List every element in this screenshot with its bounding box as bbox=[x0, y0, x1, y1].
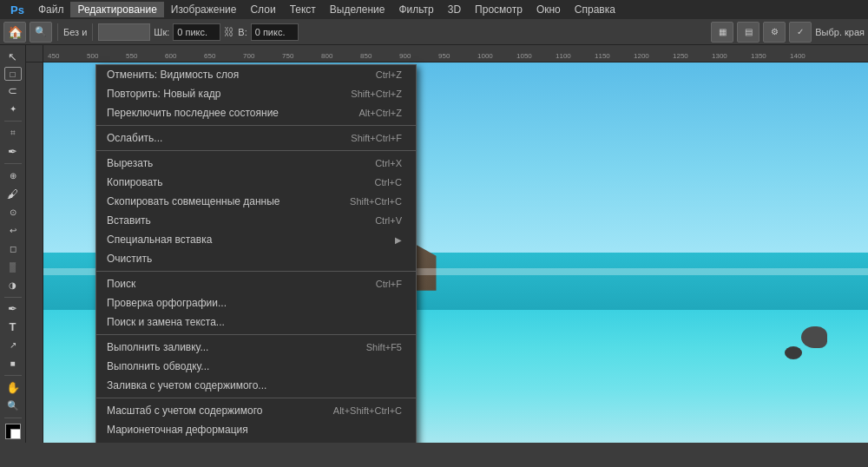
align-btn2[interactable]: ▤ bbox=[737, 22, 760, 43]
height-input[interactable] bbox=[251, 23, 299, 41]
toolbar-sep2 bbox=[92, 23, 93, 41]
menu-separator bbox=[96, 150, 416, 151]
menu-item-label-fill: Выполнить заливку... bbox=[107, 341, 349, 353]
burn-tool[interactable]: ◑ bbox=[3, 277, 23, 293]
shortcut-cut: Ctrl+X bbox=[375, 158, 402, 168]
eyedropper-tool[interactable]: ✒ bbox=[3, 143, 23, 160]
search-button[interactable]: 🔍 bbox=[30, 22, 52, 43]
menu-layer[interactable]: Слои bbox=[243, 2, 282, 17]
foreground-color[interactable] bbox=[5, 424, 21, 439]
menu-item-label-stroke: Выполнить обводку... bbox=[107, 360, 402, 372]
menu-item-label-fade: Ослабить... bbox=[107, 132, 333, 144]
shortcut-copy_merged: Shift+Ctrl+C bbox=[350, 196, 402, 207]
ps-logo[interactable]: Ps bbox=[3, 2, 31, 18]
menu-item-copy_merged[interactable]: Скопировать совмещенные данныеShift+Ctrl… bbox=[96, 192, 416, 211]
menu-item-copy[interactable]: КопироватьCtrl+C bbox=[96, 173, 416, 192]
menu-item-label-copy_merged: Скопировать совмещенные данные bbox=[107, 195, 332, 207]
menu-separator bbox=[96, 398, 416, 398]
menu-item-undo[interactable]: Отменить: Видимость слояCtrl+Z bbox=[96, 65, 416, 84]
hand-tool[interactable]: ✋ bbox=[3, 379, 23, 396]
align-btn4[interactable]: ✓ bbox=[789, 22, 812, 43]
menu-item-label-find_replace: Поиск и замена текста... bbox=[107, 316, 402, 328]
menu-image[interactable]: Изображение bbox=[164, 2, 244, 17]
menu-item-label-puppet_warp: Марионеточная деформация bbox=[107, 424, 402, 436]
tool-sep5 bbox=[4, 418, 22, 418]
shortcut-toggle: Alt+Ctrl+Z bbox=[358, 108, 402, 118]
toolbar-right: ▦ ▤ ⚙ ✓ Выбр. края bbox=[711, 22, 865, 43]
menu-edit[interactable]: Редактирование bbox=[70, 2, 163, 17]
gradient-tool[interactable]: ▒ bbox=[3, 259, 23, 275]
text-tool[interactable]: T bbox=[3, 319, 23, 335]
menu-item-label-paste: Вставить bbox=[107, 214, 358, 227]
vybr-kraya-label: Выбр. края bbox=[815, 27, 865, 37]
menu-file[interactable]: Файл bbox=[31, 2, 71, 17]
left-toolbar: ↖ □ ⊂ ✦ ⌗ ✒ ⊕ 🖌 ⊙ ↩ ◻ ▒ ◑ ✒ T ↗ ■ ✋ 🔍 bbox=[0, 45, 26, 443]
pen-tool[interactable]: ✒ bbox=[3, 300, 23, 317]
menu-item-label-copy: Копировать bbox=[107, 176, 358, 188]
height-label: В: bbox=[238, 27, 247, 37]
menu-item-find_replace[interactable]: Поиск и замена текста... bbox=[96, 312, 416, 332]
menu-text[interactable]: Текст bbox=[283, 2, 323, 17]
crop-tool[interactable]: ⌗ bbox=[3, 125, 23, 141]
shortcut-search: Ctrl+F bbox=[376, 279, 402, 289]
menu-item-label-paste_special: Специальная вставка bbox=[107, 234, 395, 246]
menu-item-content_scale[interactable]: Масштаб с учетом содержимогоAlt+Shift+Ct… bbox=[96, 401, 416, 420]
menu-help[interactable]: Справка bbox=[568, 2, 622, 17]
main-layout: ↖ □ ⊂ ✦ ⌗ ✒ ⊕ 🖌 ⊙ ↩ ◻ ▒ ◑ ✒ T ↗ ■ ✋ 🔍 bbox=[0, 45, 868, 443]
main-toolbar: 🏠 🔍 Без и Шк: ⛓ В: ▦ ▤ ⚙ ✓ Выбр. края bbox=[0, 19, 868, 45]
menu-item-label-clear: Очистить bbox=[107, 253, 402, 265]
menu-separator bbox=[96, 125, 416, 126]
menu-item-search[interactable]: ПоискCtrl+F bbox=[96, 274, 416, 293]
menu-item-fill[interactable]: Выполнить заливку...Shift+F5 bbox=[96, 338, 416, 357]
history-tool[interactable]: ↩ bbox=[3, 222, 23, 239]
tool-sep3 bbox=[4, 297, 22, 298]
menu-window[interactable]: Окно bbox=[529, 2, 568, 17]
zoom-tool[interactable]: 🔍 bbox=[3, 398, 23, 414]
align-btn3[interactable]: ⚙ bbox=[763, 22, 786, 43]
menu-item-stroke[interactable]: Выполнить обводку... bbox=[96, 357, 416, 376]
background-color[interactable] bbox=[10, 429, 21, 439]
shapes-tool[interactable]: ■ bbox=[3, 355, 23, 372]
shortcut-redo: Shift+Ctrl+Z bbox=[351, 89, 402, 99]
toolbar-sep1 bbox=[57, 23, 58, 41]
eraser-tool[interactable]: ◻ bbox=[3, 240, 23, 257]
dropdown-overlay: Отменить: Видимость слояCtrl+ZПовторить:… bbox=[26, 45, 868, 443]
menu-item-label-search: Поиск bbox=[107, 278, 358, 290]
brush-tool[interactable]: 🖌 bbox=[3, 186, 23, 202]
menu-view[interactable]: Просмотр bbox=[468, 2, 529, 17]
chain-icon: ⛓ bbox=[224, 26, 234, 38]
align-btn1[interactable]: ▦ bbox=[711, 22, 733, 43]
menu-item-redo[interactable]: Повторить: Новый кадрShift+Ctrl+Z bbox=[96, 84, 416, 103]
width-input[interactable] bbox=[173, 23, 220, 41]
menu-item-fade[interactable]: Ослабить...Shift+Ctrl+F bbox=[96, 128, 416, 148]
menu-item-label-content_aware: Заливка с учетом содержимого... bbox=[107, 379, 402, 391]
menu-item-spell_check[interactable]: Проверка орфографии... bbox=[96, 293, 416, 312]
menu-filter[interactable]: Фильтр bbox=[391, 2, 440, 17]
tool-sep1 bbox=[4, 121, 22, 122]
quick-select-tool[interactable]: ✦ bbox=[3, 101, 23, 117]
shortcut-undo: Ctrl+Z bbox=[376, 69, 402, 80]
home-button[interactable]: 🏠 bbox=[3, 22, 26, 43]
menu-item-label-undo: Отменить: Видимость слоя bbox=[107, 69, 358, 81]
tool-sep2 bbox=[4, 163, 22, 164]
menu-item-paste[interactable]: ВставитьCtrl+V bbox=[96, 211, 416, 230]
healing-tool[interactable]: ⊕ bbox=[3, 168, 23, 184]
menu-3d[interactable]: 3D bbox=[441, 2, 468, 17]
clone-tool[interactable]: ⊙ bbox=[3, 204, 23, 220]
menu-item-perspective_warp[interactable]: Деформация перспективы bbox=[96, 439, 416, 443]
menu-item-content_aware[interactable]: Заливка с учетом содержимого... bbox=[96, 376, 416, 395]
marquee-tool[interactable]: □ bbox=[4, 67, 22, 81]
lasso-tool[interactable]: ⊂ bbox=[3, 82, 23, 99]
menu-item-toggle[interactable]: Переключить последнее состояниеAlt+Ctrl+… bbox=[96, 103, 416, 122]
toolbar-controls: Шк: ⛓ В: bbox=[98, 23, 298, 41]
shortcut-fade: Shift+Ctrl+F bbox=[351, 133, 402, 143]
menu-select[interactable]: Выделение bbox=[323, 2, 392, 17]
move-tool[interactable]: ↖ bbox=[3, 49, 23, 65]
color-swatches bbox=[5, 424, 21, 439]
menu-item-paste_special[interactable]: Специальная вставка▶ bbox=[96, 230, 416, 249]
menu-separator bbox=[96, 271, 416, 272]
menu-item-cut[interactable]: ВырезатьCtrl+X bbox=[96, 154, 416, 173]
menu-item-puppet_warp[interactable]: Марионеточная деформация bbox=[96, 420, 416, 439]
path-select-tool[interactable]: ↗ bbox=[3, 337, 23, 353]
menu-item-clear[interactable]: Очистить bbox=[96, 249, 416, 268]
